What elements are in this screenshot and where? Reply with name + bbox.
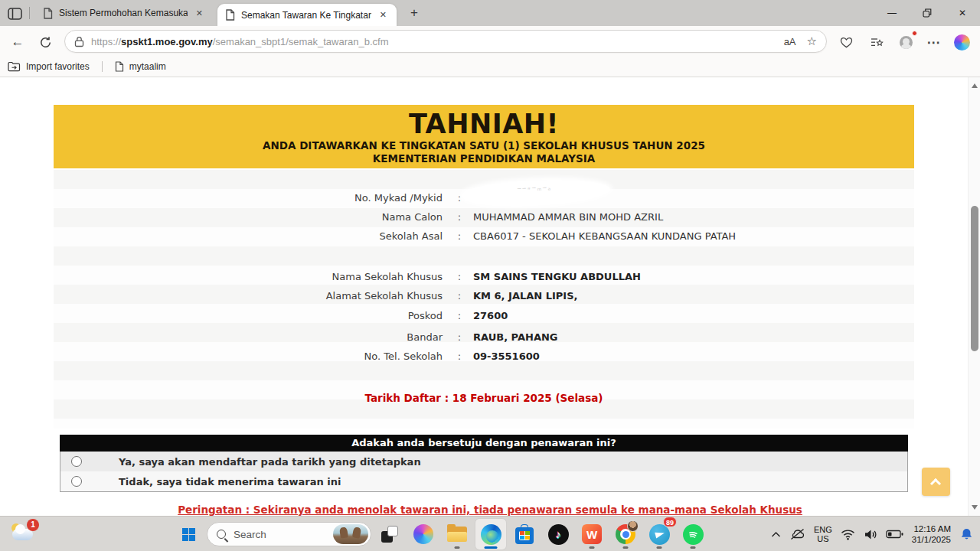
copilot-taskbar-button[interactable]	[408, 519, 439, 549]
page-favicon	[43, 8, 53, 19]
tray-date: 31/1/2025	[912, 534, 951, 545]
browser-toolbar: ← https://spskt1.moe.gov.my/semakan_sbpt…	[0, 26, 980, 57]
detail-row-bandar: Bandar : RAUB, PAHANG	[54, 331, 914, 344]
telegram-badge: 89	[663, 517, 677, 527]
favorite-star-icon[interactable]: ☆	[807, 34, 817, 48]
scroll-down-arrow[interactable]	[972, 505, 978, 510]
window-controls: — ✕	[874, 0, 980, 26]
notification-bell-icon[interactable]	[959, 527, 974, 542]
search-icon	[217, 530, 226, 539]
tray-time: 12:16 AM	[912, 523, 951, 534]
tab-strip: Sistem Permohohan Kemasukan M ✕ Semakan …	[0, 0, 980, 26]
question-options: Ya, saya akan mendaftar pada tarikh yang…	[60, 452, 908, 492]
folder-icon	[447, 527, 467, 542]
tab-semakan-tawaran[interactable]: Semakan Tawaran Ke Tingkatan (1 ✕	[217, 4, 397, 26]
import-favorites-button[interactable]: Import favorites	[0, 57, 97, 77]
window-close-button[interactable]: ✕	[945, 0, 980, 26]
search-highlight-image[interactable]	[333, 524, 368, 544]
new-tab-button[interactable]: +	[406, 5, 423, 22]
page-scrollbar[interactable]	[968, 77, 980, 516]
lock-icon	[74, 36, 84, 47]
window-restore-button[interactable]	[910, 0, 945, 26]
tray-chevron-up-icon[interactable]	[771, 531, 781, 538]
widgets-weather-icon[interactable]: 1	[11, 522, 37, 546]
warning-text: Peringatan : Sekiranya anda menolak tawa…	[0, 504, 980, 516]
clock[interactable]: 12:16 AM 31/1/2025	[912, 523, 951, 545]
tab-title: Semakan Tawaran Ke Tingkatan (1	[241, 10, 371, 21]
tab-title: Sistem Permohohan Kemasukan M	[59, 8, 188, 18]
detail-row-sekolah-asal: Sekolah Asal : CBA6017 - SEKOLAH KEBANGS…	[54, 230, 914, 243]
offer-banner: TAHNIAH! ANDA DITAWARKAN KE TINGKATAN SA…	[54, 105, 914, 168]
taskbar-center: Search ♪	[173, 519, 708, 549]
back-button[interactable]: ←	[8, 32, 28, 52]
radio-accept[interactable]	[71, 456, 82, 467]
chevron-up-icon	[930, 478, 941, 489]
task-view-button[interactable]	[374, 519, 405, 549]
option-label-accept: Ya, saya akan mendaftar pada tarikh yang…	[119, 456, 421, 468]
page-favicon	[225, 9, 235, 21]
translate-icon[interactable]: aA	[784, 36, 796, 47]
option-row-decline[interactable]: Tidak, saya tidak menerima tawaran ini	[60, 471, 907, 491]
detail-row-poskod: Poskod : 27600	[54, 310, 914, 323]
radio-decline[interactable]	[71, 476, 82, 487]
browser-essentials-icon[interactable]	[836, 32, 856, 52]
tiktok-icon: ♪	[548, 524, 569, 545]
offer-details-table: No. Mykad /Mykid : ‾‾ʺ‾ᵐ‾ᵃ Nama Calon : …	[54, 170, 914, 429]
bookmarks-divider	[102, 61, 103, 72]
desktop: Sistem Permohohan Kemasukan M ✕ Semakan …	[0, 0, 980, 551]
copilot-icon[interactable]	[952, 32, 972, 52]
tab-sistem-permohonan[interactable]: Sistem Permohohan Kemasukan M ✕	[35, 0, 213, 26]
spotify-icon	[683, 524, 704, 545]
running-indicator	[590, 546, 595, 549]
address-bar[interactable]: https://spskt1.moe.gov.my/semakan_sbpt1/…	[64, 30, 827, 53]
detail-row-nama-sekolah-khusus: Nama Sekolah Khusus : SM SAINS TENGKU AB…	[54, 271, 914, 284]
refresh-button[interactable]	[35, 32, 55, 52]
onedrive-paused-icon[interactable]	[789, 528, 805, 540]
settings-more-icon[interactable]: ⋯	[923, 32, 943, 52]
option-row-accept[interactable]: Ya, saya akan mendaftar pada tarikh yang…	[60, 452, 907, 471]
chrome-icon	[616, 524, 635, 544]
start-button[interactable]	[173, 519, 204, 549]
language-indicator[interactable]: ENG US	[814, 525, 832, 543]
edge-icon	[481, 524, 501, 545]
battery-icon[interactable]	[886, 530, 903, 539]
banner-title: TAHNIAH!	[54, 109, 914, 139]
chrome-button[interactable]	[610, 519, 641, 549]
edge-button[interactable]	[475, 519, 506, 549]
scrollbar-thumb[interactable]	[971, 206, 978, 351]
import-folder-icon	[8, 61, 21, 72]
running-indicator	[691, 546, 696, 549]
webpage-content: TAHNIAH! ANDA DITAWARKAN KE TINGKATAN SA…	[0, 77, 980, 516]
bookmarks-bar: Import favorites mytaalim	[0, 57, 980, 77]
window-minimize-button[interactable]: —	[874, 0, 910, 26]
wps-icon: W	[582, 524, 602, 544]
active-running-indicator	[485, 546, 498, 549]
tabstrip-divider	[29, 7, 30, 19]
tab-close-icon[interactable]: ✕	[377, 9, 389, 21]
windows-logo-icon	[182, 528, 195, 541]
microsoft-store-button[interactable]	[509, 519, 540, 549]
tab-actions-icon[interactable]	[8, 8, 23, 20]
wifi-icon[interactable]	[841, 529, 855, 540]
banner-subtitle-2: KEMENTERIAN PENDIDIKAN MALAYSIA	[54, 152, 914, 165]
profile-avatar[interactable]	[896, 32, 916, 52]
wps-office-button[interactable]: W	[577, 519, 607, 549]
tiktok-button[interactable]: ♪	[543, 519, 573, 549]
scroll-up-arrow[interactable]	[972, 83, 978, 88]
url-text: https://spskt1.moe.gov.my/semakan_sbpt1/…	[91, 36, 773, 47]
spotify-button[interactable]	[678, 519, 708, 549]
telegram-button[interactable]: 89	[644, 519, 675, 549]
back-to-top-button[interactable]	[922, 468, 950, 496]
taskbar-search[interactable]: Search	[207, 522, 371, 546]
favorites-hub-icon[interactable]	[867, 32, 887, 52]
running-indicator	[623, 546, 629, 549]
copilot-icon	[413, 524, 433, 544]
detail-row-telefon: No. Tel. Sekolah : 09-3551600	[54, 350, 914, 364]
volume-icon[interactable]	[864, 529, 877, 540]
bookmark-mytaalim[interactable]: mytaalim	[107, 57, 174, 77]
tab-close-icon[interactable]: ✕	[194, 8, 205, 19]
widgets-badge: 1	[27, 519, 39, 531]
banner-subtitle-1: ANDA DITAWARKAN KE TINGKATAN SATU (1) SE…	[54, 139, 914, 152]
file-explorer-button[interactable]	[442, 519, 472, 549]
task-view-icon	[381, 526, 398, 543]
